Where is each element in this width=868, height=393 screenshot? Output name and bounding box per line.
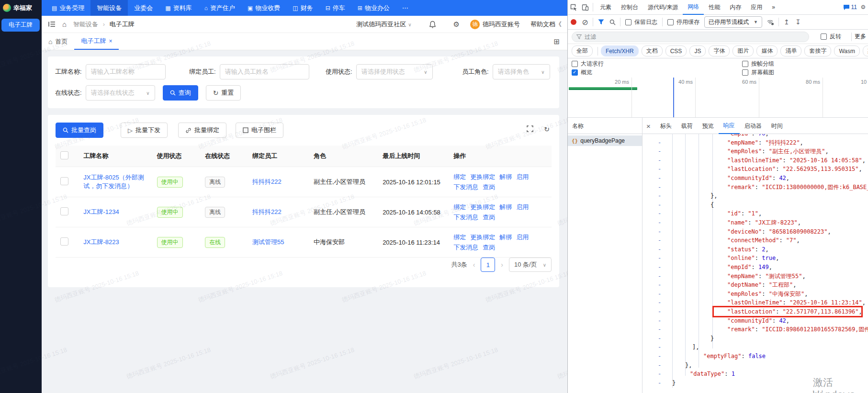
prev-page-button[interactable]: ‹: [473, 261, 475, 269]
electronic-fence-button[interactable]: 电子围栏: [236, 123, 283, 138]
invert-filter-checkbox[interactable]: 反转: [821, 33, 841, 41]
devtools-tab-2[interactable]: 源代码/来源: [643, 0, 683, 15]
devtools-tab-7[interactable]: »: [767, 0, 780, 15]
fold-toggle[interactable]: -: [658, 218, 661, 227]
fold-toggle[interactable]: -: [658, 165, 661, 174]
employee-link[interactable]: 抖抖抖222: [252, 178, 282, 185]
fold-toggle[interactable]: -: [658, 298, 661, 307]
fold-toggle[interactable]: -: [658, 138, 661, 147]
tab-home[interactable]: ⌂ 首页: [42, 33, 74, 50]
device-toolbar-icon[interactable]: [579, 1, 591, 13]
row-checkbox[interactable]: [60, 237, 68, 246]
user-menu[interactable]: 德 德玛西亚账号: [470, 20, 520, 29]
devtools-tab-6[interactable]: 应用: [746, 0, 767, 15]
batch-bind-button[interactable]: 批量绑定: [178, 123, 226, 138]
fullscreen-icon[interactable]: [527, 125, 533, 134]
fold-toggle[interactable]: -: [658, 227, 661, 236]
action-link-4[interactable]: 下发消息: [453, 183, 478, 191]
notification-bell-icon[interactable]: [429, 21, 436, 28]
request-row-selected[interactable]: {} queryBadgePage: [568, 135, 642, 146]
devtools-tab-0[interactable]: 元素: [595, 0, 616, 15]
top-nav-item-4[interactable]: ⌂资产住户: [198, 0, 241, 16]
fold-toggle[interactable]: -: [658, 379, 661, 388]
fold-toggle[interactable]: -: [658, 263, 661, 272]
fold-toggle[interactable]: -: [658, 201, 661, 210]
fold-toggle[interactable]: -: [658, 361, 661, 370]
page-size-select[interactable]: 10 条/页∨: [509, 258, 552, 272]
row-checkbox[interactable]: [60, 177, 68, 185]
action-link-5[interactable]: 查岗: [483, 183, 495, 191]
action-link-5[interactable]: 查岗: [483, 244, 495, 251]
fold-toggle[interactable]: -: [658, 245, 661, 254]
fold-toggle[interactable]: -: [658, 281, 661, 290]
collapse-menu-icon[interactable]: [48, 21, 56, 27]
top-nav-item-3[interactable]: ▦资料库: [159, 0, 198, 16]
filter-chip-4[interactable]: JS: [689, 45, 706, 56]
fold-toggle[interactable]: -: [658, 236, 661, 245]
bound-employee-input[interactable]: 请输入员工姓名: [220, 64, 309, 79]
overview-checkbox[interactable]: 概览: [572, 68, 592, 77]
record-network-log-icon[interactable]: [568, 16, 579, 28]
filter-chip-5[interactable]: 字体: [709, 45, 730, 56]
badge-name-link[interactable]: JX工牌-8025（外部测试，勿下发消息）: [83, 174, 144, 190]
top-nav-item-5[interactable]: ▣物业收费: [241, 0, 286, 16]
home-icon[interactable]: ⌂: [62, 20, 67, 28]
help-docs-link[interactable]: 帮助文档《: [530, 20, 562, 29]
top-nav-item-8[interactable]: ⊞物业办公: [351, 0, 396, 16]
network-conditions-icon[interactable]: [765, 16, 777, 28]
app-logo[interactable]: 幸福家: [0, 0, 42, 16]
throttling-select[interactable]: 已停用节流模式▼: [704, 16, 762, 28]
group-by-frame-checkbox[interactable]: 按帧分组: [742, 60, 774, 68]
fold-toggle[interactable]: -: [658, 334, 661, 343]
action-link-1[interactable]: 更换绑定: [470, 173, 495, 180]
import-har-icon[interactable]: ↥: [781, 16, 792, 28]
capture-screenshots-checkbox[interactable]: 屏幕截图: [742, 68, 774, 77]
fold-toggle[interactable]: -: [658, 316, 661, 326]
filter-funnel-icon[interactable]: [595, 16, 607, 28]
sidebar-item-electronic-badge[interactable]: 电子工牌: [1, 19, 40, 32]
page-number-button[interactable]: 1: [481, 258, 495, 272]
action-link-4[interactable]: 下发消息: [453, 213, 478, 221]
fold-toggle[interactable]: -: [658, 183, 661, 192]
top-nav-item-7[interactable]: ⊟停车: [319, 0, 351, 16]
devtools-settings-gear-icon[interactable]: ⚙: [860, 1, 867, 13]
tab-electronic-badge[interactable]: 电子工牌 ×: [74, 33, 119, 50]
fold-toggle[interactable]: -: [658, 272, 661, 281]
top-nav-item-9[interactable]: ⋯: [396, 0, 415, 16]
fold-toggle[interactable]: -: [658, 156, 661, 165]
filter-chip-11[interactable]: 其他: [863, 45, 868, 56]
devtools-tab-1[interactable]: 控制台: [616, 0, 643, 15]
online-status-select[interactable]: 请选择在线状态∨: [86, 85, 155, 101]
search-network-icon[interactable]: [607, 16, 618, 28]
network-filter-input[interactable]: 过滤: [572, 32, 809, 42]
filter-chip-0[interactable]: 全部: [572, 45, 593, 56]
big-request-rows-checkbox[interactable]: 大请求行: [572, 60, 604, 68]
action-link-5[interactable]: 查岗: [483, 213, 495, 221]
filter-chip-9[interactable]: 套接字: [804, 45, 831, 56]
fold-toggle[interactable]: -: [658, 254, 661, 263]
preserve-log-checkbox[interactable]: 保留日志: [625, 18, 657, 26]
fold-toggle[interactable]: -: [658, 290, 661, 299]
next-page-button[interactable]: ›: [501, 261, 503, 269]
badge-name-link[interactable]: JX工牌-8223: [83, 238, 119, 246]
name-column-header[interactable]: 名称: [568, 118, 643, 134]
close-detail-icon[interactable]: ×: [646, 122, 651, 130]
fold-toggle[interactable]: -: [658, 352, 661, 361]
close-tab-icon[interactable]: ×: [109, 38, 112, 45]
refresh-icon[interactable]: ↻: [544, 125, 550, 134]
batch-check-post-button[interactable]: 批量查岗: [56, 123, 103, 138]
filter-chip-8[interactable]: 清单: [780, 45, 801, 56]
action-link-0[interactable]: 绑定: [453, 234, 466, 241]
search-button[interactable]: 查询: [163, 85, 198, 101]
detail-tab-2[interactable]: 预览: [698, 118, 719, 134]
detail-tab-0[interactable]: 标头: [655, 118, 676, 134]
action-link-2[interactable]: 解绑: [499, 173, 512, 180]
top-nav-item-6[interactable]: ◫财务: [286, 0, 319, 16]
action-link-0[interactable]: 绑定: [453, 173, 466, 180]
settings-gear-icon[interactable]: ⚙: [453, 20, 460, 29]
network-overview-timeline[interactable]: 20 ms40 ms60 ms80 ms10: [568, 78, 868, 118]
filter-chip-2[interactable]: 文档: [642, 45, 663, 56]
action-link-0[interactable]: 绑定: [453, 203, 466, 211]
more-filters-button[interactable]: 更多: [855, 33, 866, 41]
select-all-checkbox[interactable]: [60, 151, 68, 159]
